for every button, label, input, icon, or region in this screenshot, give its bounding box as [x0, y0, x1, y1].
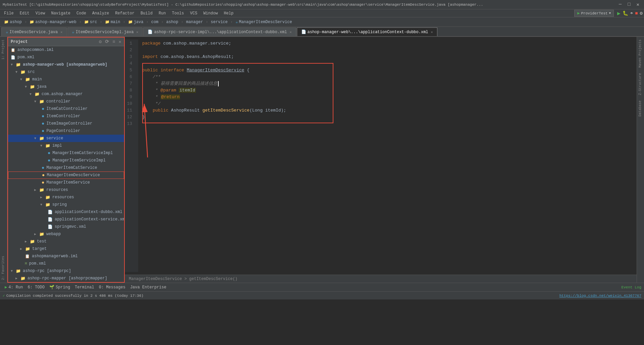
tree-spring[interactable]: ▼ 📁 spring — [8, 201, 124, 208]
tree-appctx-service[interactable]: 📄 applicationContext-service.xml — [8, 216, 124, 223]
tree-com-ashop-manager[interactable]: ▼ 📁 com.ashop.manager — [8, 90, 124, 98]
menu-build[interactable]: Build — [138, 9, 155, 17]
tree-ashop-rpc-mapper[interactable]: ▶ 📁 ashop-rpc-mapper [ashoprpcmapper] — [8, 275, 124, 282]
tree-ashop-rpc[interactable]: ▼ 📁 ashop-rpc [ashoprpc] — [8, 267, 124, 275]
tab-run[interactable]: ▶ 4: Run — [3, 284, 25, 290]
expand-icon: ▼ — [34, 100, 38, 104]
menu-refactor[interactable]: Refactor — [112, 9, 137, 17]
tab-itemdescservice[interactable]: ☕ ItemDescService.java ✕ — [1, 27, 67, 36]
menu-navigate[interactable]: Navigate — [48, 9, 73, 17]
tree-test[interactable]: ▶ 📁 test — [8, 238, 124, 245]
bc-src[interactable]: 📁 src — [83, 19, 99, 25]
bc-ashop2[interactable]: ashop — [165, 19, 180, 25]
tree-impl[interactable]: ▼ 📁 impl — [8, 142, 124, 149]
menu-run[interactable]: Run — [156, 9, 169, 17]
collapse-all-icon[interactable]: ≡ — [112, 39, 115, 45]
bc-ashop-manager-web[interactable]: 📁 ashop-manager-web — [28, 19, 77, 25]
close-btn[interactable]: ✕ — [635, 2, 641, 7]
debug-btn[interactable]: 🐛 — [623, 10, 628, 16]
tab-close-btn[interactable]: ✕ — [136, 30, 138, 34]
tree-itemcontroller[interactable]: ● ItemController — [8, 113, 124, 120]
sync-icon[interactable]: ⟳ — [105, 39, 109, 45]
tab-close-btn[interactable]: ✕ — [431, 30, 433, 34]
code-content[interactable]: 1 2 3 4 5 6 7 8 9 10 11 12 13 package co… — [125, 37, 637, 275]
menu-code[interactable]: Code — [74, 9, 89, 17]
tree-ashopmanagerweb-iml[interactable]: 📋 ashopmanagerweb.iml — [8, 253, 124, 260]
bc-manager[interactable]: manager — [185, 19, 204, 25]
tree-target[interactable]: ▶ 📁 target — [8, 245, 124, 253]
tab-messages[interactable]: 0: Messages — [97, 284, 127, 290]
project-side-label[interactable]: 1: Project — [0, 37, 7, 62]
tree-springmvc[interactable]: 📄 springmvc.xml — [8, 223, 124, 230]
folder-icon: 📁 — [30, 239, 35, 244]
menu-tools[interactable]: Tools — [169, 9, 187, 17]
tree-ashopcommon-iml[interactable]: 📋 ashopcommon.iml — [8, 46, 124, 54]
menu-edit[interactable]: Edit — [17, 9, 32, 17]
run-btn[interactable]: ▶ — [617, 10, 621, 17]
tree-pagecontroller[interactable]: ● PageController — [8, 127, 124, 135]
bc-service[interactable]: service — [209, 19, 229, 25]
tab-spring[interactable]: 🌱 Spring — [47, 284, 72, 290]
tree-resources2[interactable]: ▶ 📁 resources — [8, 194, 124, 201]
menu-help[interactable]: Help — [221, 9, 236, 17]
tree-src[interactable]: ▼ 📁 src — [8, 68, 124, 76]
tab-close-btn[interactable]: ✕ — [289, 30, 291, 34]
event-log-btn[interactable]: Event Log — [622, 285, 641, 289]
run-config-selector[interactable]: ▶ ProviderTest ▼ — [574, 10, 614, 17]
tree-itemcatcontroller[interactable]: ● ItemCatController — [8, 105, 124, 113]
tree-pom-xml[interactable]: 📄 pom.xml — [8, 54, 124, 61]
database-side-label[interactable]: Database — [637, 98, 644, 119]
close-panel-icon[interactable]: ✕ — [119, 39, 121, 45]
tree-manageritemservice[interactable]: ● ManagerItemService — [8, 179, 124, 186]
menu-window[interactable]: Window — [201, 9, 220, 17]
maximize-btn[interactable]: □ — [626, 2, 632, 7]
coverage-btn[interactable]: ☂ — [630, 10, 633, 16]
tree-controller[interactable]: ▼ 📁 controller — [8, 98, 124, 105]
tree-manageritemcatserviceimpl[interactable]: ● ManagerItemCatServiceImpl — [8, 149, 124, 157]
file-icon: 📋 — [25, 254, 30, 259]
tree-itemimagecontroller[interactable]: ● ItemImageController — [8, 120, 124, 127]
code-area[interactable]: package com.ashop.manager.service; impor… — [138, 40, 637, 272]
tree-ashop-manager-web[interactable]: ▼ 📁 ashop-manager-web [ashopmanagerweb] — [8, 61, 124, 68]
tree-service[interactable]: ▼ 📁 service — [8, 135, 124, 142]
menu-view[interactable]: View — [33, 9, 48, 17]
tree-appctx-dubbo[interactable]: 📄 applicationContext-dubbo.xml — [8, 208, 124, 216]
menu-analyze[interactable]: Analyze — [90, 9, 112, 17]
expand-icon: ▶ — [34, 232, 38, 236]
xml-icon: 📄 — [48, 210, 53, 215]
tree-main[interactable]: ▼ 📁 main — [8, 76, 124, 83]
minimize-btn[interactable]: ─ — [617, 2, 624, 7]
menu-file[interactable]: File — [1, 9, 16, 17]
more-actions-btn[interactable]: ⚙ — [640, 10, 643, 16]
status-text: Compilation completed successfully in 2 … — [6, 294, 144, 298]
favorites-side-label[interactable]: 2: Favorites — [0, 253, 7, 283]
bc-main[interactable]: 📁 main — [104, 19, 122, 25]
java-icon: ☕ — [72, 29, 74, 34]
tab-java-enterprise[interactable]: Java Enterprise — [128, 284, 168, 290]
tab-ashop-rpc-dubbo[interactable]: 📄 ashop-rpc-service-impl\...\application… — [143, 27, 296, 36]
stop-btn[interactable]: ■ — [635, 11, 638, 16]
tab-close-btn[interactable]: ✕ — [60, 30, 62, 34]
tree-pom-xml2[interactable]: M pom.xml — [8, 260, 124, 267]
bc-ashop[interactable]: 📁 ashop — [3, 19, 23, 25]
xml-icon: 📄 — [11, 55, 15, 60]
maven-side-label[interactable]: Maven Projects — [637, 37, 644, 70]
window-controls[interactable]: ─ □ ✕ — [617, 2, 641, 7]
bc-com[interactable]: com — [150, 19, 160, 25]
tab-terminal[interactable]: Terminal — [73, 284, 96, 290]
tree-manageritemcatservice[interactable]: ● ManagerItemCatService — [8, 164, 124, 171]
status-url[interactable]: https://blog.csdn.net/weixin_41367767 — [559, 294, 641, 298]
bc-manageritemdescservice[interactable]: ☕ ManagerItemDescService — [234, 19, 293, 25]
bc-java[interactable]: 📁 java — [127, 19, 145, 25]
structure-side-label[interactable]: Z-Structure — [637, 70, 644, 98]
tree-manageritemserviceimpl[interactable]: ● ManagerItemServiceImpl — [8, 157, 124, 164]
tree-resources-folder[interactable]: ▶ 📁 resources — [8, 186, 124, 194]
settings-icon[interactable]: ⚙ — [99, 39, 102, 45]
tree-java[interactable]: ▼ 📁 java — [8, 83, 124, 90]
tree-manageritemdescservice[interactable]: ● ManagerItemDescService — [8, 171, 124, 179]
tab-ashop-manager-dubbo[interactable]: 📄 ashop-manager-web\...\applicationConte… — [297, 27, 437, 36]
tree-webapp[interactable]: ▶ 📁 webapp — [8, 230, 124, 238]
tab-todo[interactable]: 6: TODO — [25, 284, 46, 290]
menu-vcs[interactable]: VCS — [187, 9, 200, 17]
tab-itemdescserviceimpl[interactable]: ☕ ItemDescServiceImpl.java ✕ — [67, 27, 143, 36]
